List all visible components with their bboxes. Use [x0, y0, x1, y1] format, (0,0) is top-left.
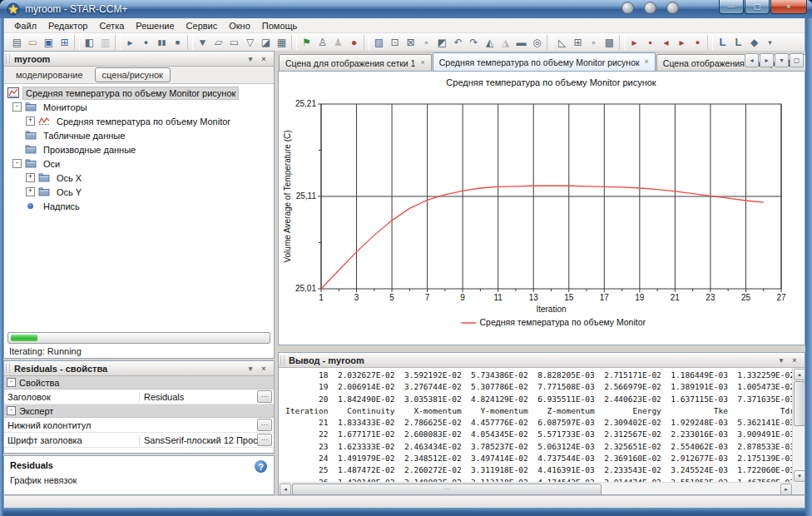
record-state-icon[interactable]: ● [690, 35, 706, 50]
tree-item-tabular-data[interactable]: Табличные данные [4, 128, 274, 142]
menu-solution[interactable]: Решение [131, 20, 179, 32]
scroll-left-icon[interactable]: ◂ [280, 484, 291, 494]
paste-icon[interactable]: ▥ [97, 35, 113, 50]
step-back-icon[interactable]: ◂ [658, 35, 674, 50]
toolbar-separator[interactable] [187, 35, 193, 50]
ellipsis-button[interactable]: … [257, 390, 272, 403]
scroll-down-icon[interactable]: ▾ [794, 470, 805, 482]
stop-icon[interactable]: ■ [170, 35, 186, 50]
toolbar-separator[interactable] [707, 35, 713, 50]
menu-mesh[interactable]: Сетка [94, 20, 129, 32]
property-value[interactable]: Residuals [139, 392, 257, 402]
menu-help[interactable]: Помощь [257, 20, 303, 32]
tree-expander-icon[interactable]: + [26, 187, 35, 196]
record-icon[interactable]: ● [138, 35, 154, 50]
ellipsis-button[interactable]: … [257, 419, 272, 431]
minimize-button[interactable]: — [719, 0, 744, 14]
tree-item-annotation[interactable]: Надпись [4, 199, 274, 213]
tab-mesh-scene[interactable]: Сцена для отображения сетки 1 × [279, 54, 432, 71]
toolbar-separator[interactable] [115, 35, 121, 50]
minimize-panel-icon[interactable]: ▾ [244, 362, 257, 375]
surface-icon[interactable]: ◪ [258, 35, 274, 50]
abort-icon[interactable]: ● [346, 35, 362, 50]
plot-axes-icon[interactable]: ◺ [554, 35, 570, 50]
scroll-tabs-left-icon[interactable]: ◂ [745, 53, 759, 67]
section-expert[interactable]: - Эксперт [4, 404, 274, 418]
redo-icon[interactable]: ↷ [466, 35, 482, 50]
tree-expander-icon[interactable]: + [26, 173, 35, 182]
select-filter-icon[interactable]: ▼ [195, 35, 210, 50]
tree-item-plot-root[interactable]: Средняя температура по объему Monitor ри… [4, 86, 274, 100]
filter-icon[interactable]: ▽ [242, 35, 258, 50]
mesh-grid-icon[interactable]: ▦ [274, 35, 290, 50]
help-icon[interactable]: ? [255, 460, 267, 473]
snapshot-icon[interactable]: ◩ [434, 35, 450, 50]
drag-grip-icon[interactable] [6, 54, 10, 63]
toolbar-separator[interactable] [364, 35, 369, 50]
initialize-solution-icon[interactable]: ⚑ [299, 35, 314, 50]
fit-view-icon[interactable]: ⊡ [387, 35, 403, 50]
stop-playback-icon[interactable]: ▪ [642, 35, 658, 50]
close-icon[interactable]: × [645, 58, 649, 66]
play-icon[interactable]: ▸ [626, 35, 642, 50]
run-simulation-icon[interactable]: ♙ [314, 35, 330, 50]
projection-icon[interactable]: ◮ [498, 35, 513, 50]
save-all-icon[interactable]: ⊞ [57, 35, 72, 50]
scroll-up-icon[interactable]: ▴ [794, 369, 805, 380]
tab-list-dropdown-icon[interactable]: ▾ [775, 53, 789, 67]
close-panel-icon[interactable]: × [257, 52, 270, 65]
reset-view-icon[interactable]: ⊠ [403, 35, 418, 50]
tree-expander-icon[interactable]: - [12, 159, 22, 168]
close-panel-icon[interactable]: × [788, 354, 801, 366]
horizontal-splitter[interactable] [278, 345, 805, 352]
layout-alt-icon[interactable]: L [730, 35, 746, 50]
palette-dropdown-icon[interactable]: ▾ [762, 35, 778, 50]
step-forward-icon[interactable]: ▸ [674, 35, 690, 50]
horizontal-scroll-thumb[interactable]: ⋯ [292, 484, 602, 494]
minimize-panel-icon[interactable]: ▾ [244, 52, 257, 65]
pattern-icon[interactable]: ▩ [602, 35, 617, 50]
toolbar-separator[interactable] [74, 35, 80, 50]
close-icon[interactable]: × [420, 59, 424, 67]
minimize-panel-icon[interactable]: ▾ [775, 354, 788, 366]
ruler-icon[interactable]: ▬ [513, 35, 529, 50]
load-simulation-icon[interactable]: ▭ [25, 35, 41, 50]
tab-scene-plot[interactable]: сцена/рисунок [95, 67, 171, 82]
tree-expander-icon[interactable]: - [12, 102, 22, 112]
collapse-icon[interactable]: - [7, 378, 16, 387]
tree-item-axis-y[interactable]: + [4, 185, 274, 199]
menu-tools[interactable]: Сервис [181, 20, 223, 32]
scene-icon[interactable]: ▨ [371, 35, 387, 50]
tree-item-monitor[interactable]: + [4, 114, 274, 128]
close-panel-icon[interactable]: × [257, 362, 270, 375]
perspective-icon[interactable]: ◭ [482, 35, 498, 50]
tab-simulation[interactable]: моделирование [9, 68, 90, 82]
drag-grip-icon[interactable] [6, 364, 10, 373]
save-icon[interactable]: ▣ [41, 35, 57, 50]
drag-grip-icon[interactable] [280, 355, 285, 365]
tree-item-axis-x[interactable]: + [4, 171, 274, 185]
globe-icon[interactable]: ◎ [529, 35, 545, 50]
palette-icon[interactable]: ◆ [746, 35, 762, 50]
ellipsis-button[interactable]: … [257, 434, 272, 446]
new-simulation-icon[interactable]: ▤ [9, 35, 25, 50]
step-simulation-icon[interactable]: ♟ [330, 35, 346, 50]
tree-item-monitors[interactable]: - [4, 100, 274, 114]
close-button[interactable]: × [770, 0, 807, 14]
scroll-right-icon[interactable]: ▸ [780, 484, 792, 494]
toolbar-separator[interactable] [619, 35, 625, 50]
step-icon[interactable]: ▸ [122, 35, 138, 50]
vertical-scrollbar[interactable]: ▴ ▾ [792, 368, 805, 483]
menu-editor[interactable]: Редактор [43, 20, 92, 32]
tree-item-derived-data[interactable]: Производные данные [4, 142, 274, 156]
tree-expander-icon[interactable]: + [26, 117, 35, 126]
maximize-button[interactable]: ▢ [745, 0, 770, 14]
polygon-select-icon[interactable]: ▱ [210, 35, 226, 50]
tab-temperature-plot[interactable]: Средняя температура по объему Monitor ри… [433, 52, 656, 71]
copy-icon[interactable]: ◧ [82, 35, 97, 50]
collapse-icon[interactable]: - [7, 406, 16, 415]
layout-icon[interactable]: L [715, 35, 730, 50]
toolbar-separator[interactable] [547, 35, 552, 50]
undo-icon[interactable]: ↶ [450, 35, 466, 50]
tree-item-axes[interactable]: - [4, 156, 274, 171]
